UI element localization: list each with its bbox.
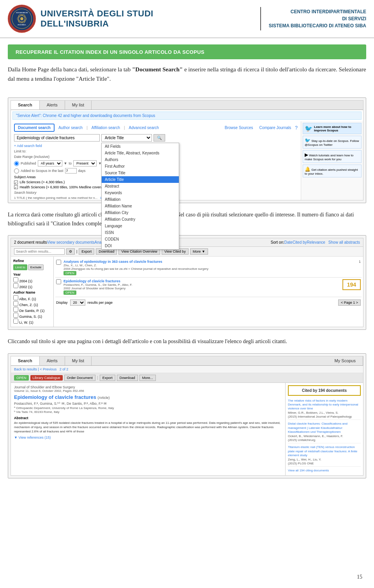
- year-2004-checkbox[interactable]: [13, 277, 18, 282]
- dropdown-language[interactable]: Language: [102, 223, 179, 229]
- result-2-open-badge: OPEN: [64, 290, 76, 295]
- all-years-select[interactable]: All years: [38, 160, 62, 166]
- result-2-checkbox[interactable]: [56, 279, 61, 284]
- author-gumina-row: Gumina, S. (1): [13, 313, 51, 319]
- download-article-button[interactable]: Download: [117, 375, 138, 381]
- view-references-link[interactable]: ▼ View references (15): [14, 435, 282, 439]
- article-title-banner: RECUPERARE IL CITATION INDEX DI UN SINGO…: [8, 44, 366, 59]
- sort-cited[interactable]: Cited by: [293, 240, 307, 244]
- citing-article-3[interactable]: Titanium elastic nail (TEN) versus recon…: [288, 445, 361, 467]
- author-gumina-checkbox[interactable]: [13, 313, 18, 318]
- tab-search-article[interactable]: Search: [11, 356, 40, 365]
- cited-by-box[interactable]: Cited by 194 documents: [288, 385, 361, 396]
- dropdown-affiliation-country[interactable]: Affiliation Country: [102, 216, 179, 223]
- show-abstracts-link[interactable]: Show all abstracts: [328, 240, 360, 244]
- sort-date[interactable]: Date: [284, 240, 293, 244]
- author-albo-checkbox[interactable]: [13, 295, 18, 300]
- advanced-search-link[interactable]: Advanced search: [127, 124, 161, 131]
- tab-alerts[interactable]: Alerts: [40, 101, 65, 110]
- prev-page-button[interactable]: < Page 1 >: [338, 299, 361, 306]
- scopus-results-ui: 2 document results View secondary docume…: [11, 238, 363, 327]
- caption-1: La ricerca darà come risultato gli artic…: [0, 208, 374, 230]
- field-selector-dropdown[interactable]: Article Title All Fields Article Title, …: [101, 134, 152, 142]
- dropdown-source-title[interactable]: Source Title: [102, 170, 179, 176]
- abstract-text: An epidemiological study of 535 isolated…: [14, 421, 282, 434]
- field-type-select[interactable]: Article Title: [101, 134, 152, 142]
- result-item-2: Epidemiology of clavicle fractures Posta…: [55, 278, 362, 297]
- search-within-button[interactable]: ⚙: [66, 248, 75, 255]
- search-within-input[interactable]: [14, 248, 65, 255]
- tab-myscopsus[interactable]: My Scopus: [328, 356, 363, 365]
- days-input[interactable]: [65, 168, 77, 174]
- library-catalogue-button[interactable]: Library Catalogue: [30, 375, 63, 381]
- author-liw-checkbox[interactable]: [13, 319, 18, 324]
- browse-sources-link[interactable]: Browse Sources: [222, 124, 256, 131]
- view-secondary-link[interactable]: View secondary documents: [47, 240, 95, 244]
- dropdown-affiliation-city[interactable]: Affiliation City: [102, 209, 179, 216]
- dropdown-coden[interactable]: CODEN: [102, 236, 179, 243]
- dropdown-affiliation-name[interactable]: Affiliation Name: [102, 203, 179, 209]
- improve-scopus-card: 🐦 Learn more about how to Improve Scopus: [303, 123, 362, 134]
- citing-article-2[interactable]: Distal clavicle fractures: Classificatio…: [288, 421, 361, 443]
- limit-to-button[interactable]: Limit to: [13, 264, 27, 270]
- life-sciences-checkbox[interactable]: [14, 181, 18, 184]
- dropdown-article-title[interactable]: Article Title: [102, 176, 179, 183]
- dropdown-doi[interactable]: DOI: [102, 243, 179, 249]
- compare-journals-link[interactable]: Compare Journals: [257, 124, 294, 131]
- centro-line1: CENTRO INTERDIPARTIMENTALE: [269, 8, 366, 15]
- results-toolbar: ⚙ | Export Download View Citation Overvi…: [11, 247, 363, 257]
- search-go-button[interactable]: 🔍: [153, 134, 165, 142]
- export-button[interactable]: Export: [79, 248, 94, 255]
- help-icon[interactable]: ?: [295, 125, 298, 131]
- open-button[interactable]: OPEN: [14, 375, 29, 381]
- author-name-label: Author Name: [13, 290, 51, 294]
- export-article-button[interactable]: Export: [100, 375, 115, 381]
- result-1-title[interactable]: Analyses of epidemiology in 363 cases of…: [64, 260, 347, 264]
- health-sciences-checkbox[interactable]: [14, 185, 18, 189]
- scopus-right-sidebar: 🐦 Learn more about how to Improve Scopus…: [301, 121, 363, 200]
- affiliation-search-link[interactable]: Affiliation search: [89, 124, 122, 131]
- dropdown-article-title-abstract[interactable]: Article Title, Abstract, Keywords: [102, 150, 179, 156]
- dropdown-issn[interactable]: ISSN: [102, 229, 179, 236]
- result-2-authors: Postacchini, F., Gumina, S., De Santis, …: [64, 283, 340, 287]
- author-desantis-checkbox[interactable]: [13, 307, 18, 312]
- search-input[interactable]: [14, 134, 100, 142]
- more-button[interactable]: More ▼: [190, 248, 208, 255]
- author-chen-checkbox[interactable]: [13, 301, 18, 306]
- caption-2: Cliccando sul titolo si apre una pagina …: [0, 335, 374, 348]
- tab-mylist[interactable]: My list: [65, 101, 92, 110]
- order-document-button[interactable]: Order Document: [64, 375, 96, 381]
- dropdown-all-fields[interactable]: All Fields: [102, 143, 179, 150]
- added-scopus-radio[interactable]: [14, 168, 19, 174]
- tab-mylist-article[interactable]: My list: [65, 356, 92, 365]
- dropdown-abstract[interactable]: Abstract: [102, 183, 179, 190]
- back-navigation[interactable]: Back to results | < Previous 2 of 2: [11, 366, 363, 373]
- result-1-checkbox[interactable]: [56, 260, 61, 265]
- twitter-card: 🐦 Stay up-to-date on Scopus. Follow @Sco…: [303, 136, 362, 149]
- affiliation-2: ᵇ Via Tadù 74, 00193 Rome, Italy: [14, 410, 282, 414]
- dropdown-authors[interactable]: Authors: [102, 156, 179, 163]
- dropdown-keywords[interactable]: Keywords: [102, 190, 179, 196]
- present-select[interactable]: Present: [73, 160, 97, 166]
- year-label: Year: [13, 273, 51, 276]
- display-count-select[interactable]: 20: [70, 299, 85, 306]
- result-2-year: 2002 Journal of Shoulder and Elbow Surge…: [64, 287, 340, 290]
- dropdown-first-author[interactable]: First Author: [102, 163, 179, 170]
- document-search-button[interactable]: Document search: [14, 124, 55, 132]
- twitter-icon: 🐦: [305, 138, 310, 143]
- author-albo-row: Albo, F. (1): [13, 295, 51, 301]
- centro-line3: SISTEMA BIBLIOTECARIO DI ATENEO SIBA: [269, 22, 366, 29]
- year-2002-checkbox[interactable]: [13, 283, 18, 288]
- exclude-button[interactable]: Exclude: [28, 264, 44, 270]
- author-search-link[interactable]: Author search: [56, 124, 85, 131]
- result-2-title[interactable]: Epidemiology of clavicle fractures: [64, 279, 340, 283]
- scopus-article-detail-ui: Search Alerts My list My Scopus Back to …: [11, 356, 363, 476]
- citing-article-1[interactable]: The relative risks of factors in early m…: [288, 398, 361, 420]
- view-all-citing-link[interactable]: View all 194 citing documents: [288, 468, 361, 473]
- tab-alerts-article[interactable]: Alerts: [40, 356, 65, 365]
- sort-relevance[interactable]: Relevance: [307, 240, 325, 244]
- more-article-button[interactable]: More...: [139, 375, 156, 381]
- dropdown-affiliation[interactable]: Affiliation: [102, 196, 179, 203]
- tab-search[interactable]: Search: [11, 101, 40, 110]
- published-radio[interactable]: [14, 161, 19, 166]
